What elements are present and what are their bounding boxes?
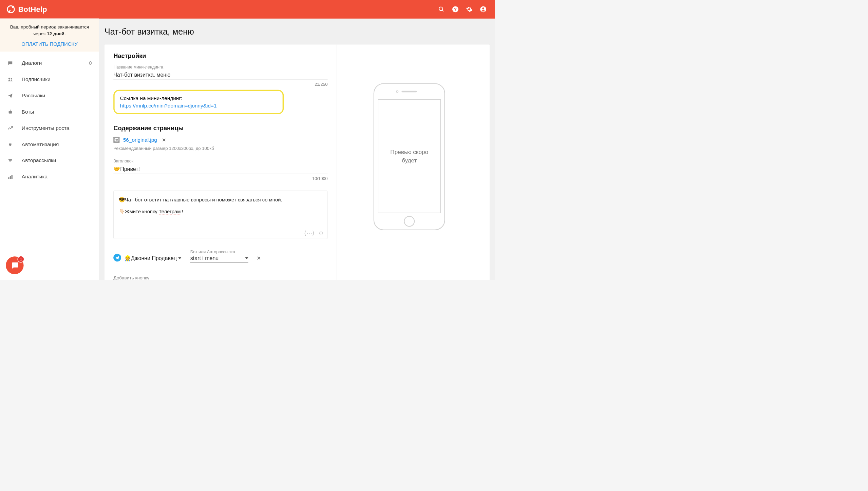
search-icon[interactable] <box>438 6 445 13</box>
chat-icon <box>7 60 13 66</box>
description-editor[interactable]: 😎Чат-бот ответит на главные вопросы и по… <box>113 191 327 239</box>
sidebar: Ваш пробный период заканчивается через 1… <box>0 19 99 280</box>
name-label: Название мини-лендинга <box>113 64 327 70</box>
file-name[interactable]: 56_original.jpg <box>123 137 157 143</box>
nav-bots[interactable]: Боты <box>0 104 99 120</box>
svg-point-1 <box>439 7 443 11</box>
title-label: Заголовок <box>113 159 327 164</box>
nav-subscribers[interactable]: Подписчики <box>0 71 99 87</box>
remove-file-button[interactable]: ✕ <box>162 137 166 143</box>
nav-label: Автоматизация <box>22 141 59 148</box>
card: Настройки Название мини-лендинга 21/250 … <box>105 44 490 280</box>
bot-select[interactable]: 👷Джонни Продавец <box>124 255 181 263</box>
intercom-fab[interactable]: 1 <box>6 256 23 274</box>
name-counter: 21/250 <box>113 82 327 87</box>
file-hint: Рекомендованный размер 1200х300рх, до 10… <box>113 145 327 151</box>
svg-point-19 <box>115 139 116 140</box>
preview-text: Превью скоро будет <box>378 99 441 213</box>
landing-link-box: Ссылка на мини-лендинг: https://mnlp.cc/… <box>113 90 284 114</box>
image-icon <box>113 137 119 143</box>
landing-url[interactable]: https://mnlp.cc/mini?domain=djonny&id=1 <box>120 103 217 109</box>
nav-label: Инструменты роста <box>22 125 70 131</box>
name-input[interactable] <box>113 70 327 80</box>
flow-label: Бот или Авторассылка <box>190 249 248 254</box>
telegram-icon <box>113 254 121 261</box>
trial-cta[interactable]: ОПЛАТИТЬ ПОДПИСКУ <box>21 41 77 47</box>
nav-badge: 0 <box>89 60 92 66</box>
remove-button-row[interactable]: ✕ <box>257 255 261 261</box>
title-input[interactable] <box>113 164 327 174</box>
nav-label: Аналитика <box>22 174 48 180</box>
svg-point-7 <box>8 78 10 79</box>
svg-text:?: ? <box>454 7 457 12</box>
trend-icon <box>7 125 13 131</box>
nav-label: Рассылки <box>22 93 45 99</box>
main: Чат-бот визитка, меню Настройки Название… <box>99 19 495 280</box>
nav-label: Авторассылки <box>22 158 56 164</box>
title-counter: 10/1000 <box>113 176 327 181</box>
svg-rect-16 <box>10 176 11 179</box>
logo[interactable]: BotHelp <box>6 5 47 14</box>
chevron-down-icon <box>178 257 181 259</box>
fab-badge: 1 <box>17 256 24 263</box>
nav-label: Диалоги <box>22 60 42 66</box>
nav-autosequences[interactable]: Авторассылки <box>0 153 99 169</box>
home-button-icon <box>404 216 415 227</box>
svg-point-11 <box>10 110 11 110</box>
svg-rect-17 <box>12 175 13 179</box>
svg-line-2 <box>442 10 444 12</box>
account-icon[interactable] <box>480 6 486 13</box>
analytics-icon <box>7 174 13 180</box>
nav-automation[interactable]: Автоматизация <box>0 136 99 153</box>
nav-label: Боты <box>22 109 34 115</box>
trial-text: Ваш пробный период заканчивается через 1… <box>4 24 95 37</box>
list-icon <box>7 158 13 163</box>
trial-banner: Ваш пробный период заканчивается через 1… <box>0 19 99 52</box>
nav-broadcasts[interactable]: Рассылки <box>0 87 99 104</box>
logo-text: BotHelp <box>18 5 47 14</box>
svg-point-8 <box>11 78 12 79</box>
svg-rect-9 <box>9 111 12 113</box>
svg-rect-15 <box>8 177 9 179</box>
preview-panel: Превью скоро будет <box>337 44 482 280</box>
code-icon[interactable]: ⟨⋯⟩ <box>304 230 315 236</box>
page-title: Чат-бот визитка, меню <box>105 19 490 44</box>
phone-mock: Превью скоро будет <box>374 83 445 230</box>
settings-heading: Настройки <box>113 52 327 59</box>
plug-icon <box>7 141 13 147</box>
link-label: Ссылка на мини-лендинг: <box>120 95 183 101</box>
settings-icon[interactable] <box>466 6 472 13</box>
chevron-down-icon <box>245 257 248 259</box>
nav-growth[interactable]: Инструменты роста <box>0 120 99 136</box>
send-icon <box>7 93 13 99</box>
nav-analytics[interactable]: Аналитика <box>0 169 99 185</box>
nav-dialogs[interactable]: Диалоги 0 <box>0 55 99 71</box>
nav-label: Подписчики <box>22 76 51 82</box>
topbar: BotHelp ? <box>0 0 495 19</box>
logo-icon <box>6 5 15 14</box>
bot-icon <box>7 109 13 115</box>
people-icon <box>7 77 13 82</box>
add-button-label: Добавить кнопку <box>113 275 327 280</box>
chat-bubble-icon <box>11 261 19 270</box>
nav: Диалоги 0 Подписчики Рассылки Боты <box>0 52 99 185</box>
help-icon[interactable]: ? <box>452 6 458 13</box>
flow-select[interactable]: start i menu <box>190 255 248 262</box>
content-heading: Содержание страницы <box>113 124 327 132</box>
svg-point-6 <box>482 7 484 9</box>
emoji-icon[interactable]: ☺ <box>318 230 324 236</box>
